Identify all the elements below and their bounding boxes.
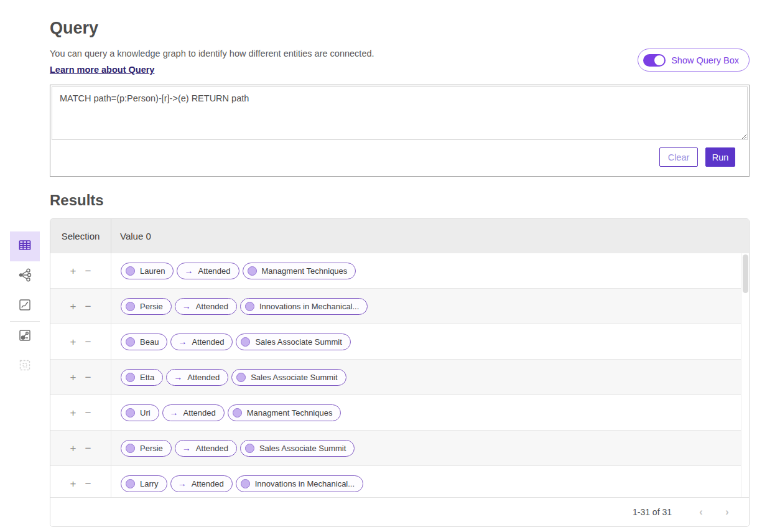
clear-button[interactable]: Clear bbox=[659, 147, 698, 167]
page-title: Query bbox=[50, 19, 750, 38]
table-body: +−Lauren→AttendedManagment Techniques+−P… bbox=[50, 253, 749, 497]
selection-cell: +− bbox=[50, 324, 111, 359]
intro-text-block: You can query a knowledge graph to ident… bbox=[50, 49, 374, 75]
node-pill-source[interactable]: Beau bbox=[121, 334, 167, 350]
value-cell: Lauren→AttendedManagment Techniques bbox=[111, 253, 749, 288]
node-pill-source[interactable]: Persie bbox=[121, 298, 172, 315]
arrow-right-icon: → bbox=[170, 408, 179, 418]
node-pill-target[interactable]: Sales Associate Summit bbox=[236, 334, 350, 350]
node-icon bbox=[245, 444, 254, 453]
collapse-row-button[interactable]: − bbox=[85, 408, 91, 418]
arrow-right-icon: → bbox=[182, 301, 191, 311]
chart-view-icon bbox=[17, 297, 32, 315]
export-graph-icon bbox=[17, 328, 32, 345]
selection-cell: +− bbox=[50, 253, 111, 288]
node-icon bbox=[126, 373, 135, 382]
pagination-next-button[interactable]: › bbox=[714, 506, 740, 518]
node-icon bbox=[126, 337, 135, 347]
collapse-row-button[interactable]: − bbox=[85, 301, 91, 312]
graph-view-icon bbox=[17, 268, 32, 285]
selection-cell: +− bbox=[50, 431, 111, 465]
expand-row-button[interactable]: + bbox=[70, 301, 77, 312]
edge-pill[interactable]: →Attended bbox=[170, 334, 233, 350]
expand-row-button[interactable]: + bbox=[70, 408, 77, 418]
expand-row-button[interactable]: + bbox=[70, 266, 77, 276]
sidebar-item-chart-view[interactable] bbox=[10, 291, 40, 321]
expand-row-button[interactable]: + bbox=[70, 443, 77, 454]
query-actions-bar: Clear Run bbox=[50, 141, 749, 176]
node-pill-target[interactable]: Managment Techniques bbox=[228, 404, 341, 421]
edge-pill[interactable]: →Attended bbox=[162, 404, 225, 421]
edge-pill[interactable]: →Attended bbox=[177, 263, 239, 279]
arrow-right-icon: → bbox=[182, 443, 191, 453]
node-icon bbox=[233, 408, 242, 418]
show-query-box-toggle[interactable]: Show Query Box bbox=[638, 49, 750, 72]
chevron-right-icon: › bbox=[725, 506, 728, 517]
expand-row-button[interactable]: + bbox=[70, 337, 77, 347]
node-pill-target[interactable]: Innovations in Mechanical... bbox=[236, 475, 363, 492]
sidebar-item-select-region bbox=[10, 352, 40, 381]
table-header-row: Selection Value 0 bbox=[50, 219, 749, 253]
page-description: You can query a knowledge graph to ident… bbox=[50, 49, 374, 58]
query-box-card: MATCH path=(p:Person)-[r]->(e) RETURN pa… bbox=[50, 85, 750, 177]
sidebar-item-graph-view[interactable] bbox=[10, 261, 40, 291]
scrollbar-thumb[interactable] bbox=[743, 254, 748, 293]
results-table: Selection Value 0 +−Lauren→AttendedManag… bbox=[50, 218, 750, 527]
table-row: +−Uri→AttendedManagment Techniques bbox=[50, 395, 749, 431]
collapse-row-button[interactable]: − bbox=[85, 443, 91, 454]
table-row: +−Beau→AttendedSales Associate Summit bbox=[50, 324, 749, 360]
toggle-label: Show Query Box bbox=[671, 55, 739, 65]
node-icon bbox=[126, 444, 135, 453]
node-icon bbox=[126, 302, 135, 311]
node-pill-target[interactable]: Managment Techniques bbox=[243, 263, 356, 279]
arrow-right-icon: → bbox=[174, 372, 182, 382]
expand-row-button[interactable]: + bbox=[70, 372, 77, 383]
collapse-row-button[interactable]: − bbox=[85, 478, 91, 489]
select-region-icon bbox=[17, 358, 32, 375]
node-icon bbox=[248, 266, 257, 276]
sidebar-item-export-graph[interactable] bbox=[10, 322, 40, 352]
node-pill-source[interactable]: Lauren bbox=[121, 263, 174, 279]
value-cell: Larry→AttendedInnovations in Mechanical.… bbox=[111, 466, 749, 497]
selection-cell: +− bbox=[50, 360, 111, 394]
edge-pill[interactable]: →Attended bbox=[170, 475, 233, 492]
collapse-row-button[interactable]: − bbox=[85, 372, 91, 383]
query-input[interactable]: MATCH path=(p:Person)-[r]->(e) RETURN pa… bbox=[52, 86, 748, 140]
node-pill-source[interactable]: Etta bbox=[121, 369, 163, 386]
selection-cell: +− bbox=[50, 289, 111, 324]
learn-more-link[interactable]: Learn more about Query bbox=[50, 65, 154, 75]
collapse-row-button[interactable]: − bbox=[85, 266, 91, 276]
value-cell: Persie→AttendedSales Associate Summit bbox=[111, 431, 749, 465]
sidebar-item-table-view[interactable] bbox=[10, 231, 40, 261]
pagination-range-label: 1-31 of 31 bbox=[633, 507, 672, 517]
table-row: +−Persie→AttendedInnovations in Mechanic… bbox=[50, 289, 749, 324]
node-icon bbox=[236, 373, 246, 382]
pagination-prev-button[interactable]: ‹ bbox=[688, 506, 714, 518]
node-icon bbox=[126, 479, 135, 488]
selection-cell: +− bbox=[50, 466, 111, 497]
expand-row-button[interactable]: + bbox=[70, 478, 77, 489]
table-footer: 1-31 of 31 ‹ › bbox=[50, 497, 749, 526]
node-icon bbox=[241, 479, 250, 488]
results-title: Results bbox=[50, 192, 750, 209]
edge-pill[interactable]: →Attended bbox=[166, 369, 228, 386]
value-cell: Persie→AttendedInnovations in Mechanical… bbox=[111, 289, 749, 324]
column-header-value0: Value 0 bbox=[111, 219, 151, 253]
intro-row: You can query a knowledge graph to ident… bbox=[50, 49, 750, 75]
chevron-left-icon: ‹ bbox=[699, 506, 702, 517]
node-pill-target[interactable]: Sales Associate Summit bbox=[240, 440, 355, 457]
node-pill-source[interactable]: Persie bbox=[121, 440, 172, 457]
toggle-switch-icon[interactable] bbox=[643, 54, 666, 67]
value-cell: Etta→AttendedSales Associate Summit bbox=[111, 360, 749, 394]
arrow-right-icon: → bbox=[178, 478, 187, 488]
node-pill-target[interactable]: Sales Associate Summit bbox=[231, 369, 346, 386]
view-switcher-sidebar bbox=[10, 231, 40, 381]
run-button[interactable]: Run bbox=[705, 147, 735, 167]
collapse-row-button[interactable]: − bbox=[85, 337, 91, 347]
edge-pill[interactable]: →Attended bbox=[175, 298, 237, 315]
vertical-scrollbar[interactable] bbox=[741, 253, 749, 497]
node-pill-target[interactable]: Innovations in Mechanical... bbox=[240, 298, 368, 315]
edge-pill[interactable]: →Attended bbox=[175, 440, 237, 457]
node-pill-source[interactable]: Larry bbox=[121, 475, 167, 492]
node-pill-source[interactable]: Uri bbox=[121, 404, 159, 421]
